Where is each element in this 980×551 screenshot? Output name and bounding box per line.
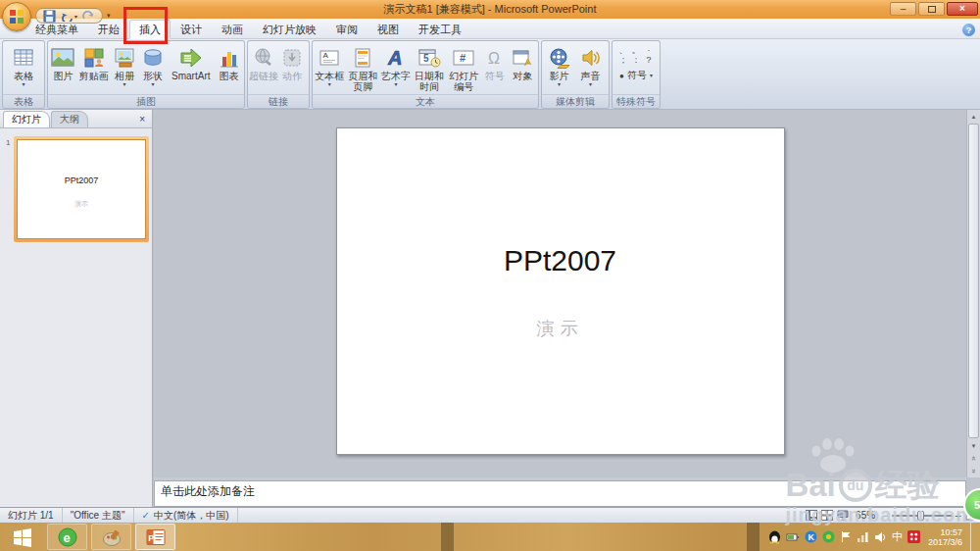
symbol-item[interactable]: ·: [643, 45, 656, 55]
group-label-links[interactable]: 链接: [248, 94, 309, 108]
jingyan-tray-icon[interactable]: [907, 530, 920, 543]
scrollbar-thumb[interactable]: [968, 124, 979, 438]
svg-text:e: e: [63, 530, 70, 545]
photo-album-button[interactable]: 相册 ▾: [111, 42, 139, 94]
qat-customize-arrow[interactable]: ▾: [107, 12, 111, 20]
slide-title[interactable]: PPt2007: [337, 244, 784, 277]
slide-thumbnail[interactable]: PPt2007 演示: [17, 139, 146, 239]
k-app-icon[interactable]: K: [805, 530, 817, 543]
ime-indicator[interactable]: 中: [892, 529, 903, 544]
tab-animations[interactable]: 动画: [212, 20, 253, 39]
tab-slides[interactable]: 幻灯片: [3, 111, 50, 127]
minimize-button[interactable]: –: [890, 2, 916, 16]
group-label-media[interactable]: 媒体剪辑: [542, 94, 609, 108]
symbol-item[interactable]: 。: [630, 45, 643, 55]
more-symbols-button[interactable]: ● 符号 ▾: [619, 69, 653, 82]
symbol-item[interactable]: 、: [617, 45, 630, 55]
group-label-text[interactable]: 文本: [313, 94, 538, 108]
zoom-slider[interactable]: − +: [882, 511, 961, 521]
wordart-button[interactable]: A 艺术字 ▾: [380, 42, 412, 94]
annotation-highlight-insert-tab: [123, 7, 168, 44]
tab-developer[interactable]: 开发工具: [409, 20, 471, 39]
taskbar-browser[interactable]: e: [47, 524, 87, 550]
network-icon[interactable]: [857, 530, 869, 543]
slideshow-view-button[interactable]: [837, 510, 849, 521]
special-symbols-grid: 、 。 · ； ： ？: [617, 45, 656, 65]
zoom-track[interactable]: [892, 515, 953, 517]
windows-taskbar: e P K: [0, 523, 980, 551]
dropdown-arrow: ▾: [650, 73, 653, 79]
textbox-icon: A: [318, 44, 341, 71]
slide-editor[interactable]: PPt2007 演示: [336, 127, 785, 455]
slide-thumbnail-row[interactable]: 1 PPt2007 演示: [2, 136, 150, 244]
speaker-icon[interactable]: [874, 530, 887, 543]
zoom-handle[interactable]: [917, 511, 924, 521]
ribbon-group-text: A 文本框 ▾ 页眉和 页脚 A 艺术字 ▾: [312, 40, 539, 109]
office-button[interactable]: [2, 2, 31, 31]
redo-icon[interactable]: [82, 10, 95, 22]
tab-review[interactable]: 审阅: [326, 20, 368, 39]
tab-slideshow[interactable]: 幻灯片放映: [253, 20, 326, 39]
picture-button[interactable]: 图片: [49, 42, 77, 94]
movie-button[interactable]: 影片 ▾: [543, 42, 575, 94]
ribbon-group-media: 影片 ▾ 声音 ▾ 媒体剪辑: [541, 40, 610, 109]
normal-view-button[interactable]: [806, 510, 817, 521]
smartart-button[interactable]: SmartArt: [168, 42, 216, 94]
show-desktop-button[interactable]: [970, 523, 974, 551]
notes-input[interactable]: 单击此处添加备注: [154, 480, 966, 507]
scroll-down-icon[interactable]: ▼: [967, 439, 980, 452]
symbol-item[interactable]: ：: [630, 55, 643, 65]
qq-icon[interactable]: [768, 530, 781, 544]
taskbar-powerpoint[interactable]: P: [135, 524, 175, 550]
ribbon-group-table: 表格 ▾ 表格: [2, 40, 45, 109]
safety-icon[interactable]: [822, 530, 835, 543]
group-label-illustrations[interactable]: 插图: [48, 94, 244, 108]
previous-slide-icon[interactable]: «: [967, 452, 980, 465]
help-button[interactable]: ?: [962, 24, 975, 36]
flag-icon[interactable]: [840, 530, 852, 543]
sound-icon: [579, 44, 603, 71]
textbox-button[interactable]: A 文本框 ▾: [314, 42, 345, 94]
sound-button[interactable]: 声音 ▾: [575, 42, 606, 94]
save-icon[interactable]: [43, 10, 56, 23]
maximize-button[interactable]: [918, 2, 945, 16]
date-time-icon: 5: [416, 44, 442, 71]
group-label-table[interactable]: 表格: [3, 94, 44, 108]
start-button[interactable]: [0, 523, 45, 551]
undo-icon[interactable]: [61, 10, 74, 22]
date-time-button[interactable]: 5 日期和 时间: [412, 42, 446, 94]
zoom-out-button[interactable]: −: [882, 511, 888, 521]
table-button[interactable]: 表格 ▾: [4, 42, 43, 94]
battery-icon[interactable]: [786, 530, 800, 543]
tray-clock[interactable]: 10:57 2017/3/6: [928, 527, 962, 547]
chart-button[interactable]: 图表: [215, 42, 243, 94]
header-footer-button[interactable]: 页眉和 页脚: [345, 42, 379, 94]
chart-icon: [218, 44, 241, 71]
object-button[interactable]: 对象: [509, 42, 537, 94]
close-button[interactable]: ×: [947, 2, 978, 16]
slide-indicator: 幻灯片 1/1: [0, 508, 63, 523]
slide-sorter-button[interactable]: [821, 510, 833, 521]
shapes-button[interactable]: 形状 ▾: [139, 42, 168, 94]
slide-subtitle[interactable]: 演示: [337, 317, 784, 340]
symbol-item[interactable]: ？: [643, 55, 656, 65]
zoom-in-button[interactable]: +: [956, 511, 961, 521]
symbol-item[interactable]: ；: [617, 55, 630, 65]
taskbar-paint[interactable]: [91, 524, 131, 550]
undo-dropdown-arrow[interactable]: ▾: [74, 13, 77, 20]
panel-close-icon[interactable]: ×: [136, 114, 148, 125]
clipart-button[interactable]: 剪贴画: [77, 42, 111, 94]
tab-view[interactable]: 视图: [368, 20, 409, 39]
spellcheck-icon[interactable]: ✓: [142, 508, 150, 523]
language-indicator[interactable]: 中文(简体，中国): [154, 508, 229, 523]
group-label-special-symbols[interactable]: 特殊符号: [612, 94, 660, 108]
next-slide-icon[interactable]: »: [967, 465, 980, 477]
scroll-up-icon[interactable]: ▲: [967, 110, 980, 123]
slide-number-button[interactable]: # 幻灯片 编号: [447, 42, 481, 94]
tab-design[interactable]: 设计: [171, 20, 212, 39]
zoom-level[interactable]: 65%: [856, 510, 875, 521]
theme-name[interactable]: "Office 主题": [63, 508, 134, 523]
action-button: 动作: [278, 42, 306, 94]
vertical-scrollbar[interactable]: ▲ ▼ « »: [966, 110, 980, 477]
tab-outline[interactable]: 大纲: [51, 111, 88, 127]
